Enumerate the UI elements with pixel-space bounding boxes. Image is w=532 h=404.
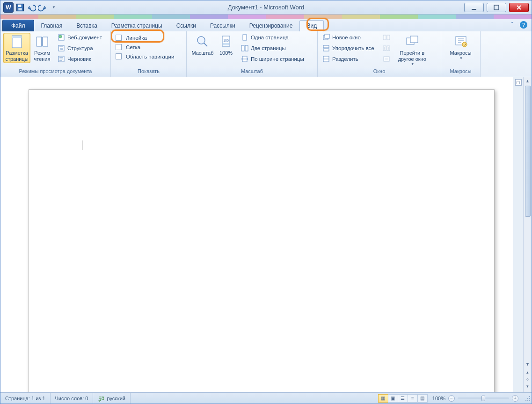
svg-rect-20: [325, 34, 329, 38]
status-view-buttons: ▦ ▣ ☰ ≡ ▤: [379, 394, 428, 403]
svg-rect-4: [494, 5, 499, 10]
document-scroll-area[interactable]: [0, 77, 513, 392]
tab-review[interactable]: Рецензирование: [242, 20, 300, 31]
group-label-window: Окно: [318, 68, 441, 77]
qat-save-button[interactable]: [15, 3, 25, 12]
statusview-draft[interactable]: ▤: [417, 394, 428, 403]
vertical-scrollbar[interactable]: ▲ ▼ ▴ ○ ▾: [523, 77, 532, 392]
statusview-web[interactable]: ☰: [398, 394, 408, 403]
scroll-thumb[interactable]: [525, 86, 531, 217]
btn-two-pages[interactable]: Две страницы: [239, 44, 306, 53]
svg-rect-17: [245, 45, 248, 51]
btn-draft-view[interactable]: Черновик: [56, 54, 104, 64]
btn-view-side-by-side[interactable]: [381, 33, 392, 42]
btn-web-layout-view[interactable]: Веб-документ: [56, 33, 104, 42]
svg-rect-6: [12, 36, 22, 38]
spellcheck-icon: [98, 395, 104, 402]
ribbon-body: Разметка страницы Режим чтения Веб-докум…: [0, 31, 532, 77]
zoom-percent-label[interactable]: 100%: [432, 396, 445, 401]
btn-switch-windows[interactable]: Перейти в другое окно▼: [395, 33, 430, 67]
two-pages-icon: [241, 44, 248, 52]
document-page[interactable]: [29, 89, 495, 392]
switch-windows-icon: [405, 34, 420, 49]
btn-new-window[interactable]: Новое окно: [321, 33, 376, 42]
zoom-in-button[interactable]: +: [512, 395, 518, 402]
window-minimize-button[interactable]: [464, 3, 484, 12]
zoom-slider-knob[interactable]: [481, 396, 485, 401]
resize-grip[interactable]: [523, 395, 532, 402]
svg-point-8: [59, 35, 62, 38]
scroll-up-arrow[interactable]: ▲: [524, 77, 532, 85]
chk-gridlines[interactable]: Сетка: [114, 43, 176, 51]
status-page[interactable]: Страница: 1 из 1: [0, 393, 51, 404]
svg-rect-30: [410, 36, 418, 43]
ribbon-minimize-button[interactable]: ˆ: [508, 21, 517, 29]
btn-zoom-100[interactable]: 100 100%: [216, 33, 236, 58]
tab-references[interactable]: Ссылки: [169, 20, 203, 31]
btn-outline-view[interactable]: Структура: [56, 44, 104, 53]
outline-icon: [58, 44, 65, 52]
group-label-views: Режимы просмотра документа: [0, 68, 110, 77]
svg-rect-22: [323, 49, 329, 51]
scroll-track[interactable]: [524, 85, 532, 360]
scroll-down-arrow[interactable]: ▼: [524, 360, 532, 368]
chk-nav-pane[interactable]: Область навигации: [114, 52, 176, 60]
statusview-reading[interactable]: ▣: [388, 394, 398, 403]
ruler-toggle-button[interactable]: ▢: [515, 79, 522, 86]
qat-redo-button[interactable]: [38, 3, 47, 12]
group-label-macros: Макросы: [441, 68, 480, 77]
globe-page-icon: [58, 34, 65, 41]
split-icon: [322, 55, 330, 63]
window-maximize-button[interactable]: [487, 3, 506, 12]
ruler-toggle-gutter: ▢: [513, 77, 523, 392]
word-app-icon[interactable]: W: [3, 2, 14, 13]
help-button[interactable]: ?: [519, 21, 528, 29]
btn-split[interactable]: Разделить: [321, 54, 376, 64]
status-language[interactable]: русский: [93, 393, 130, 404]
svg-point-36: [525, 400, 526, 401]
svg-point-33: [529, 396, 530, 397]
book-icon: [35, 34, 50, 49]
svg-rect-16: [241, 45, 244, 51]
window-buttons: [464, 3, 532, 12]
zoom-out-button[interactable]: −: [448, 395, 455, 402]
zoom-slider[interactable]: [458, 397, 509, 399]
tab-mailings[interactable]: Рассылки: [203, 20, 242, 31]
btn-arrange-all[interactable]: Упорядочить все: [321, 44, 376, 53]
svg-rect-15: [243, 35, 247, 40]
tab-insert[interactable]: Вставка: [69, 20, 104, 31]
btn-reset-position[interactable]: [381, 54, 392, 64]
btn-zoom[interactable]: Масштаб: [189, 33, 216, 58]
page-width-icon: [241, 55, 248, 63]
window-close-button[interactable]: [509, 3, 529, 12]
qat-undo-button[interactable]: [27, 3, 36, 12]
btn-page-width[interactable]: По ширине страницы: [239, 54, 306, 64]
tab-home[interactable]: Главная: [34, 20, 70, 31]
status-word-count[interactable]: Число слов: 0: [51, 393, 94, 404]
statusview-outline[interactable]: ≡: [408, 394, 418, 403]
highlight-ring-view-tab: [306, 18, 329, 31]
status-zoom-controls: 100% − +: [428, 395, 523, 402]
svg-rect-1: [18, 4, 22, 7]
quick-access-toolbar: W ▼: [0, 2, 58, 13]
document-workspace: ▢ ▲ ▼ ▴ ○ ▾: [0, 77, 532, 392]
next-page-button[interactable]: ▾: [526, 384, 529, 390]
btn-print-layout-view[interactable]: Разметка страницы: [3, 33, 30, 63]
page-100-icon: 100: [219, 34, 233, 49]
title-bar: W ▼ Документ1 - Microsoft Word: [0, 0, 532, 15]
btn-macros[interactable]: Макросы▼: [445, 33, 476, 62]
ribbon-tabs: Файл Главная Вставка Разметка страницы С…: [0, 19, 532, 31]
svg-rect-3: [472, 9, 476, 10]
prev-page-button[interactable]: ▴: [526, 370, 529, 376]
magnifier-icon: [195, 34, 210, 49]
tab-file[interactable]: Файл: [2, 20, 34, 31]
btn-sync-scroll[interactable]: [381, 44, 392, 53]
statusview-print-layout[interactable]: ▦: [378, 394, 388, 403]
highlight-ring-ruler-checkbox: [111, 29, 164, 43]
svg-point-34: [527, 398, 528, 399]
btn-reading-view[interactable]: Режим чтения: [30, 33, 54, 63]
btn-one-page[interactable]: Одна страница: [239, 33, 306, 42]
select-browse-object-button[interactable]: ○: [526, 377, 529, 383]
macros-icon: [453, 34, 468, 49]
qat-customize-dropdown[interactable]: ▼: [49, 3, 58, 12]
